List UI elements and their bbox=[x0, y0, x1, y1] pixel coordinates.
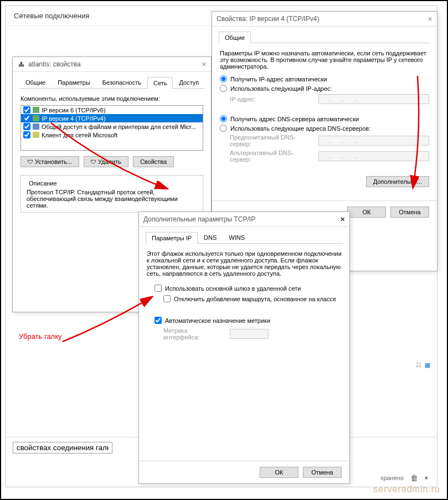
annotation-text: Убрать галку bbox=[19, 332, 62, 341]
protocol-icon bbox=[33, 107, 39, 113]
network-icon: 🖧 bbox=[17, 60, 25, 68]
cancel-button[interactable]: Отмена bbox=[303, 467, 342, 478]
cancel-button[interactable]: Отмена bbox=[390, 207, 429, 218]
ip-address-field: ... bbox=[318, 94, 429, 104]
radio-label: Использовать следующий IP-адрес: bbox=[230, 85, 332, 92]
list-item-label: IP версии 6 (TCP/IPv6) bbox=[42, 107, 106, 114]
components-list[interactable]: IP версии 6 (TCP/IPv6) IP версии 4 (TCP/… bbox=[20, 105, 203, 151]
checkbox[interactable] bbox=[23, 106, 30, 114]
tab-general[interactable]: Общие bbox=[219, 32, 251, 43]
ok-button[interactable]: ОК bbox=[260, 467, 298, 478]
list-view-icon[interactable]: ☷ bbox=[416, 362, 421, 369]
gateway-checkbox[interactable] bbox=[155, 285, 162, 292]
checkbox[interactable] bbox=[23, 123, 30, 130]
advanced-tcpip-window: Дополнительные параметры TCP/IP ✕ Параме… bbox=[138, 212, 350, 484]
radio-label: Использовать следующие адреса DNS-сервер… bbox=[230, 125, 370, 132]
close-icon[interactable]: ✕ bbox=[202, 61, 207, 68]
tab-general[interactable]: Общие bbox=[19, 76, 52, 88]
components-label: Компоненты, используемые этим подключени… bbox=[20, 95, 203, 102]
dns-alt-label: Альтернативный DNS-сервер: bbox=[230, 150, 313, 163]
checkbox[interactable] bbox=[23, 131, 30, 138]
radio-manual-dns[interactable] bbox=[220, 125, 227, 132]
tab-dns[interactable]: DNS bbox=[198, 231, 223, 243]
metric-label: Метрика интерфейса: bbox=[163, 327, 224, 341]
client-icon bbox=[33, 132, 39, 138]
radio-manual-ip[interactable] bbox=[220, 85, 227, 92]
properties-button[interactable]: Свойства bbox=[133, 156, 174, 167]
checkbox[interactable] bbox=[23, 115, 30, 122]
chevron-down-icon[interactable]: ▾ bbox=[425, 475, 428, 482]
radio-label: Получить IP-адрес автоматически bbox=[230, 76, 327, 83]
disable-route-checkbox[interactable] bbox=[163, 295, 171, 302]
list-item[interactable]: IP версии 4 (TCP/IPv4) bbox=[21, 114, 203, 122]
window-title: atlantis: свойства bbox=[28, 60, 81, 68]
window-title: Дополнительные параметры TCP/IP bbox=[143, 215, 255, 223]
metric-input bbox=[230, 329, 269, 339]
advanced-button[interactable]: Дополнительно... bbox=[366, 176, 429, 187]
ok-button[interactable]: ОК bbox=[347, 207, 386, 218]
list-item-label: Общий доступ к файлам и принтерам для се… bbox=[42, 123, 196, 130]
tab-ip-params[interactable]: Параметры IP bbox=[146, 232, 198, 244]
close-icon[interactable]: ✕ bbox=[340, 216, 345, 223]
list-item[interactable]: IP версии 6 (TCP/IPv6) bbox=[21, 106, 203, 114]
dns-pref-field: ... bbox=[318, 136, 429, 146]
list-item-label: Клиент для сетей Microsoft bbox=[42, 132, 117, 138]
install-button[interactable]: Установить... bbox=[20, 156, 79, 167]
close-icon[interactable]: ✕ bbox=[428, 16, 432, 23]
service-icon bbox=[33, 123, 39, 130]
dns-pref-label: Предпочитаемый DNS-сервер: bbox=[230, 134, 313, 147]
list-item-label: IP версии 4 (TCP/IPv4) bbox=[42, 115, 106, 122]
description-title: Описание bbox=[27, 180, 59, 187]
tab-access[interactable]: Доступ bbox=[173, 76, 205, 88]
radio-label: Получить адрес DNS-сервера автоматически bbox=[230, 116, 359, 122]
list-item[interactable]: Клиент для сетей Microsoft bbox=[21, 131, 203, 139]
watermark: serveradmin.ru bbox=[373, 484, 440, 494]
window-title: Свойства: IP версии 4 (TCP/IPv4) bbox=[217, 15, 320, 23]
protocol-icon bbox=[33, 115, 39, 121]
uninstall-button[interactable]: Удалить bbox=[84, 156, 128, 167]
tab-network[interactable]: Сеть bbox=[147, 77, 173, 89]
intro-text: Этот флажок используется только при одно… bbox=[147, 250, 342, 277]
tab-wins[interactable]: WINS bbox=[223, 231, 251, 243]
description-text: Протокол TCP/IP. Стандартный проток сете… bbox=[27, 189, 197, 209]
checkbox-label: Автоматическое назначение метрики bbox=[165, 317, 270, 324]
tab-options[interactable]: Параметры bbox=[52, 76, 96, 88]
tab-security[interactable]: Безопасность bbox=[96, 76, 147, 88]
dns-alt-field: ... bbox=[318, 151, 429, 161]
saved-label: хранено bbox=[380, 475, 404, 481]
checkbox-label: Отключить добавление маршрута, основанно… bbox=[174, 296, 336, 302]
intro-text: Параметры IP можно назначать автоматичес… bbox=[220, 50, 429, 70]
trash-icon[interactable]: 🗑 bbox=[410, 473, 418, 482]
detail-view-icon[interactable]: ▦ bbox=[425, 362, 430, 369]
checkbox-label: Использовать основной шлюз в удаленной с… bbox=[165, 285, 301, 292]
radio-auto-dns[interactable] bbox=[220, 115, 227, 122]
list-item[interactable]: Общий доступ к файлам и принтерам для се… bbox=[21, 122, 203, 131]
search-input[interactable] bbox=[13, 442, 112, 453]
auto-metric-checkbox[interactable] bbox=[155, 317, 162, 324]
ip-address-label: IP-адрес: bbox=[230, 96, 313, 102]
radio-auto-ip[interactable] bbox=[220, 75, 227, 83]
